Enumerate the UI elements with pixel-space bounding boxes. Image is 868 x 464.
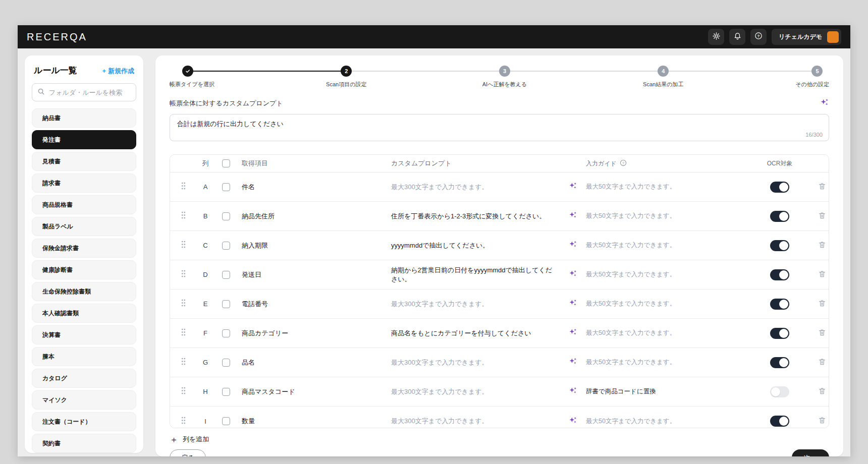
drag-handle-icon[interactable]: [181, 269, 186, 280]
item-name[interactable]: 発送日: [238, 270, 386, 279]
guide-help-icon[interactable]: ?: [620, 159, 627, 168]
ocr-toggle[interactable]: [770, 386, 789, 397]
drag-handle-icon[interactable]: [181, 299, 186, 309]
row-checkbox[interactable]: [222, 300, 230, 308]
ai-sparkle-icon[interactable]: [569, 269, 577, 280]
item-name[interactable]: 数量: [238, 417, 386, 426]
input-guide-cell[interactable]: 最大50文字まで入力できます。: [582, 417, 744, 426]
item-name[interactable]: 商品カテゴリー: [238, 329, 386, 338]
sidebar-rule-item[interactable]: 納品書: [32, 108, 136, 128]
sidebar-rule-item[interactable]: 商品規格書: [32, 195, 136, 214]
custom-prompt-cell[interactable]: 最大300文字まで入力できます。: [386, 387, 564, 396]
sidebar-search[interactable]: [32, 83, 136, 101]
drag-handle-icon[interactable]: [181, 416, 186, 427]
step-1-check-icon[interactable]: [182, 66, 193, 77]
custom-prompt-input[interactable]: 合計は新規の行に出力してください 16/300: [170, 114, 829, 141]
row-checkbox[interactable]: [222, 242, 230, 250]
notifications-button[interactable]: [729, 29, 745, 45]
sidebar-rule-item[interactable]: 注文書（コード）: [32, 412, 136, 431]
drag-handle-icon[interactable]: [181, 211, 186, 221]
input-guide-cell[interactable]: 最大50文字まで入力できます。: [582, 241, 744, 250]
user-badge[interactable]: リチェルカデモ: [772, 29, 841, 45]
drag-handle-icon[interactable]: [181, 328, 186, 338]
sidebar-rule-item[interactable]: 本人確認書類: [32, 304, 136, 323]
next-button[interactable]: 次へ: [792, 449, 829, 456]
trash-icon[interactable]: [818, 387, 826, 397]
item-name[interactable]: 納入期限: [238, 241, 386, 250]
help-button[interactable]: ?: [750, 29, 767, 45]
sidebar-rule-item[interactable]: 請求書: [32, 173, 136, 193]
trash-icon[interactable]: [818, 328, 826, 338]
item-name[interactable]: 品名: [238, 358, 386, 367]
drag-handle-icon[interactable]: [181, 386, 186, 397]
add-column-button[interactable]: ＋ 列を追加: [170, 435, 209, 444]
settings-button[interactable]: [708, 29, 724, 45]
custom-prompt-cell[interactable]: 最大300文字まで入力できます。: [386, 300, 564, 309]
input-guide-cell[interactable]: 最大50文字まで入力できます。: [582, 212, 744, 220]
input-guide-cell[interactable]: 最大50文字まで入力できます。: [582, 358, 744, 367]
ai-sparkle-icon[interactable]: [569, 386, 577, 397]
ocr-toggle[interactable]: [770, 211, 789, 222]
trash-icon[interactable]: [818, 182, 826, 192]
custom-prompt-cell[interactable]: 住所を丁番表示から1-2-3形式に変換してください。: [386, 212, 564, 221]
ocr-toggle[interactable]: [770, 269, 789, 280]
ai-sparkle-icon[interactable]: [820, 98, 829, 109]
drag-handle-icon[interactable]: [181, 182, 186, 192]
ocr-toggle[interactable]: [770, 357, 789, 368]
trash-icon[interactable]: [818, 299, 826, 309]
sidebar-rule-item[interactable]: 製品ラベル: [32, 217, 136, 236]
row-checkbox[interactable]: [222, 212, 230, 220]
trash-icon[interactable]: [818, 416, 826, 426]
ai-sparkle-icon[interactable]: [569, 328, 577, 338]
ai-sparkle-icon[interactable]: [569, 182, 577, 192]
trash-icon[interactable]: [818, 270, 826, 280]
input-guide-cell[interactable]: 最大50文字まで入力できます。: [582, 270, 744, 279]
custom-prompt-cell[interactable]: 商品名をもとにカテゴリーを付与してください: [386, 329, 564, 338]
ai-sparkle-icon[interactable]: [569, 357, 577, 368]
search-input[interactable]: [49, 89, 138, 96]
ocr-toggle[interactable]: [770, 299, 789, 310]
sidebar-rule-item[interactable]: 謄本: [32, 347, 136, 366]
ai-sparkle-icon[interactable]: [569, 299, 577, 309]
step-4-node[interactable]: 4: [658, 66, 669, 77]
row-checkbox[interactable]: [222, 329, 230, 337]
ocr-toggle[interactable]: [770, 240, 789, 251]
ocr-toggle[interactable]: [770, 182, 789, 193]
input-guide-cell[interactable]: 最大50文字まで入力できます。: [582, 183, 744, 191]
item-name[interactable]: 件名: [238, 183, 386, 192]
sidebar-rule-item[interactable]: 見積書: [32, 152, 136, 171]
drag-handle-icon[interactable]: [181, 240, 186, 251]
back-button[interactable]: 戻る: [170, 449, 206, 456]
custom-prompt-cell[interactable]: 納期から2営業日前の日付をyyyymmddで抽出してください。: [386, 266, 564, 283]
select-all-checkbox[interactable]: [222, 159, 230, 167]
step-2-node[interactable]: 2: [341, 66, 352, 77]
ai-sparkle-icon[interactable]: [569, 416, 577, 427]
item-name[interactable]: 納品先住所: [238, 212, 386, 221]
sidebar-rule-item[interactable]: 発注書: [32, 130, 136, 149]
trash-icon[interactable]: [818, 358, 826, 368]
custom-prompt-cell[interactable]: 最大300文字まで入力できます。: [386, 183, 564, 192]
ai-sparkle-icon[interactable]: [569, 240, 577, 251]
sidebar-rule-item[interactable]: 保険金請求書: [32, 239, 136, 258]
custom-prompt-cell[interactable]: yyyymmddで抽出してください。: [386, 241, 564, 250]
sidebar-rule-item[interactable]: 決算書: [32, 325, 136, 344]
trash-icon[interactable]: [818, 241, 826, 251]
step-3-node[interactable]: 3: [499, 66, 510, 77]
sidebar-rule-item[interactable]: 生命保険控除書類: [32, 282, 136, 301]
item-name[interactable]: 電話番号: [238, 300, 386, 309]
ocr-toggle[interactable]: [770, 416, 789, 427]
step-5-node[interactable]: 5: [811, 66, 823, 77]
custom-prompt-cell[interactable]: 最大300文字まで入力できます。: [386, 358, 564, 367]
row-checkbox[interactable]: [222, 183, 230, 191]
row-checkbox[interactable]: [222, 388, 230, 396]
item-name[interactable]: 商品マスタコード: [238, 387, 386, 396]
input-guide-cell[interactable]: 最大50文字まで入力できます。: [582, 300, 744, 308]
sidebar-rule-item[interactable]: マイソク: [32, 390, 136, 410]
row-checkbox[interactable]: [222, 417, 230, 425]
create-new-button[interactable]: + 新規作成: [102, 67, 134, 76]
trash-icon[interactable]: [818, 211, 826, 221]
sidebar-rule-item[interactable]: 健康診断書: [32, 260, 136, 279]
drag-handle-icon[interactable]: [181, 357, 186, 368]
custom-prompt-cell[interactable]: 最大300文字まで入力できます。: [386, 417, 564, 426]
input-guide-cell[interactable]: 辞書で商品コードに置換: [582, 387, 744, 396]
